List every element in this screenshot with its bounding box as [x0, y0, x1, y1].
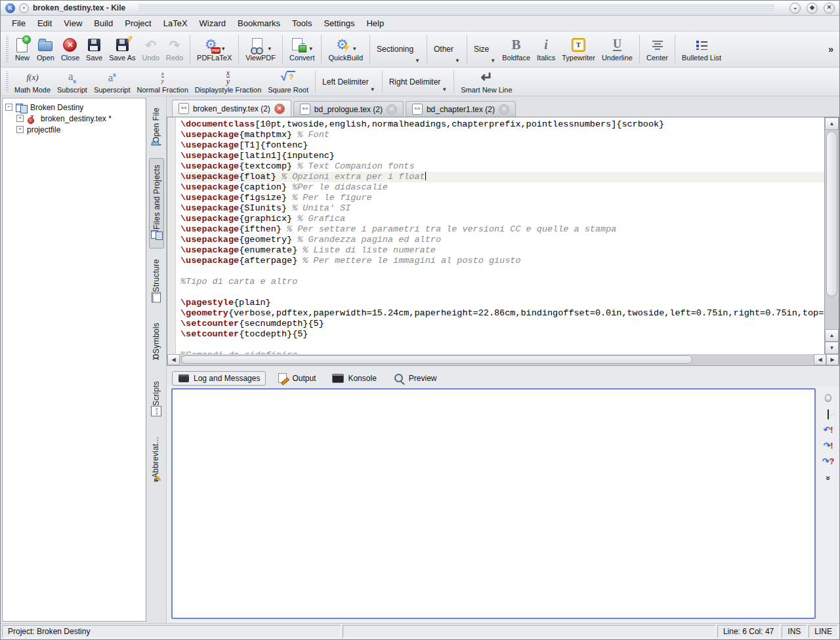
toolbar-button-italics[interactable]: iItalics	[534, 32, 558, 66]
toolbar-button-save[interactable]: Save	[83, 32, 106, 66]
status-line-mode[interactable]: LINE	[808, 625, 838, 638]
code-line[interactable]	[180, 266, 824, 277]
menu-view[interactable]: View	[58, 16, 88, 30]
document-tab-broken-destiny-tex-2[interactable]: TeXbroken_destiny.tex (2)✕	[172, 100, 291, 117]
tree-item-projectfile[interactable]: + projectfile	[5, 124, 143, 135]
toolbar-button-typewriter[interactable]: TTypewriter	[558, 32, 598, 66]
next-error-button[interactable]: ↷!	[823, 441, 833, 450]
menu-file[interactable]: File	[6, 16, 32, 30]
scroll-up-button-bottom[interactable]: ▲	[825, 329, 839, 342]
maximize-button[interactable]: ◆	[807, 3, 818, 14]
menu-latex[interactable]: LaTeX	[158, 16, 194, 30]
status-insert-mode[interactable]: INS	[782, 625, 807, 638]
code-editor[interactable]: \documentclass[10pt,twoside,english,norm…	[176, 117, 824, 354]
code-line[interactable]: \usepackage[latin1]{inputenc}	[180, 151, 824, 161]
toolbar-button-open[interactable]: Open	[33, 32, 58, 66]
code-line[interactable]: \usepackage{mathptmx} % Font	[180, 130, 824, 140]
bottom-tab-log-and-messages[interactable]: Log and Messages	[172, 371, 266, 386]
code-line[interactable]: \setcounter{secnumdepth}{5}	[180, 319, 824, 329]
close-button[interactable]: ✕	[824, 3, 835, 14]
bottom-tab-konsole[interactable]: Konsole	[326, 371, 382, 386]
sidebar-tab-symbols[interactable]: αSymbols	[148, 316, 164, 370]
menu-build[interactable]: Build	[88, 16, 119, 30]
toolbar-button-sectioning[interactable]: Sectioning▼	[373, 32, 423, 66]
toolbar-button-right-delimiter[interactable]: Right Delimiter▼	[386, 68, 451, 95]
toolbar-button-normal-fraction[interactable]: xyNormal Fraction	[134, 68, 192, 95]
previous-error-button[interactable]: ↶!	[823, 426, 833, 435]
sidebar-tab-abbreviat[interactable]: a✎Abbreviat...	[149, 430, 163, 492]
tree-expander-expand[interactable]: +	[16, 115, 24, 122]
vertical-scrollbar[interactable]: ▲ ▲ ▼	[824, 117, 839, 354]
horizontal-scrollbar[interactable]: ◀ ◀ ▶	[167, 354, 839, 366]
toolbar-button-size[interactable]: Size▼	[471, 32, 499, 66]
log-and-messages-view[interactable]	[171, 388, 816, 620]
code-line[interactable]: \usepackage{geometry} % Grandezza pagina…	[180, 235, 824, 245]
document-tab-bd-chapter1-tex-2[interactable]: TeXbd_chapter1.tex (2)✕	[406, 101, 516, 117]
toolbar-grip[interactable]	[6, 35, 9, 63]
horizontal-scroll-thumb[interactable]	[181, 355, 692, 364]
menu-edit[interactable]: Edit	[32, 16, 58, 30]
toolbar-button-underline[interactable]: UUnderline	[598, 32, 636, 66]
code-line[interactable]: \usepackage{textcomp} % Text Companion f…	[180, 161, 824, 172]
menu-help[interactable]: Help	[360, 16, 390, 30]
toolbar-button-save-as[interactable]: ✎Save As	[106, 32, 138, 66]
toolbar-button-smart-new-line[interactable]: ↵Smart New Line	[457, 68, 515, 95]
toolbar-button-viewpdf[interactable]: ▼ViewPDF	[242, 32, 279, 66]
warnings-button[interactable]: ↷?	[822, 457, 835, 466]
more-button[interactable]: »	[827, 473, 830, 482]
code-line[interactable]: \usepackage{enumerate} % Liste di liste …	[180, 245, 824, 256]
tree-expander-expand[interactable]: +	[16, 126, 24, 133]
titlebar-pin-button[interactable]: •	[19, 3, 29, 13]
toolbar-button-close[interactable]: ✕Close	[58, 32, 83, 66]
scroll-left-button-right[interactable]: ◀	[814, 354, 826, 365]
toolbar-button-other[interactable]: Other▼	[430, 32, 463, 66]
code-line[interactable]	[180, 287, 824, 298]
toolbar-button-quickbuild[interactable]: ⚙▼QuickBuild	[325, 32, 366, 66]
sidebar-tab-structure[interactable]: Structure	[150, 252, 163, 313]
toolbar-button-boldface[interactable]: BBoldface	[499, 32, 534, 66]
toolbar-button-new[interactable]: +New	[11, 32, 33, 66]
scroll-up-button[interactable]: ▲	[825, 117, 839, 130]
vertical-scroll-track[interactable]	[825, 298, 839, 329]
menu-project[interactable]: Project	[119, 16, 157, 30]
toolbar-button-math-mode[interactable]: f(x)Math Mode	[11, 68, 54, 95]
tab-close-icon[interactable]: ✕	[274, 104, 285, 114]
toolbar-button-subscript[interactable]: asSubscript	[54, 68, 91, 95]
code-line[interactable]: \geometry{verbose,pdftex,paperwidth=15.2…	[180, 308, 824, 319]
code-line[interactable]	[180, 340, 824, 350]
minimize-button[interactable]: ⌄	[789, 3, 801, 14]
tab-close-icon[interactable]: ✕	[499, 104, 509, 115]
menu-bookmarks[interactable]: Bookmarks	[232, 16, 286, 30]
horizontal-scroll-track[interactable]	[694, 354, 814, 365]
toolbar-grip[interactable]	[6, 71, 9, 92]
document-tab-bd-prologue-tex-2[interactable]: TeXbd_prologue.tex (2)✕	[293, 101, 404, 117]
tree-item-project-root[interactable]: − Broken Destiny	[5, 102, 143, 113]
code-line[interactable]: \pagestyle{plain}	[180, 298, 824, 308]
scroll-down-button[interactable]: ▼	[825, 342, 839, 354]
toolbar-button-displaystyle-fraction[interactable]: xyDisplaystyle Fraction	[192, 68, 264, 95]
code-line[interactable]: \usepackage{caption} %Per le didascalie	[180, 182, 824, 193]
code-line[interactable]: \usepackage{figsize} % Per le figure	[180, 193, 824, 203]
code-line[interactable]: %Tipo di carta e altro	[180, 277, 824, 287]
toolbar-button-left-delimiter[interactable]: Left Delimiter▼	[319, 68, 379, 95]
toolbar-button-superscript[interactable]: asSuperscript	[91, 68, 134, 95]
sidebar-tab-open-file[interactable]: Open File	[150, 101, 163, 154]
toolbar-overflow-button[interactable]: »	[825, 44, 837, 54]
code-line[interactable]: \usepackage{float} % Opzioni extra per i…	[180, 172, 824, 182]
scroll-right-button[interactable]: ▶	[826, 354, 839, 365]
menu-settings[interactable]: Settings	[318, 16, 360, 30]
toolbar-button-square-root[interactable]: √?Square Root	[264, 68, 312, 95]
menu-tools[interactable]: Tools	[286, 16, 318, 30]
code-line[interactable]: \setcounter{tocdepth}{5}	[180, 329, 824, 340]
tree-item-main-file[interactable]: + T broken_destiny.tex *	[5, 113, 143, 124]
sidebar-tab-scripts[interactable]: </>Scripts	[149, 374, 163, 426]
code-line[interactable]: \usepackage{graphicx} % Grafica	[180, 214, 824, 224]
code-line[interactable]: \usepackage{ifthen} % Per settare i para…	[180, 224, 824, 235]
toolbar-button-bulleted-list[interactable]: Bulleted List	[679, 32, 724, 66]
bottom-tab-output[interactable]: Output	[270, 371, 322, 386]
code-line[interactable]: \usepackage{SIunits} % Unita' SI	[180, 203, 824, 214]
toolbar-button-convert[interactable]: →▼Convert	[286, 32, 318, 66]
code-line[interactable]: \usepackage[T1]{fontenc}	[180, 140, 824, 151]
toolbar-button-center[interactable]: Center	[643, 32, 671, 66]
tree-expander-collapse[interactable]: −	[5, 104, 12, 111]
